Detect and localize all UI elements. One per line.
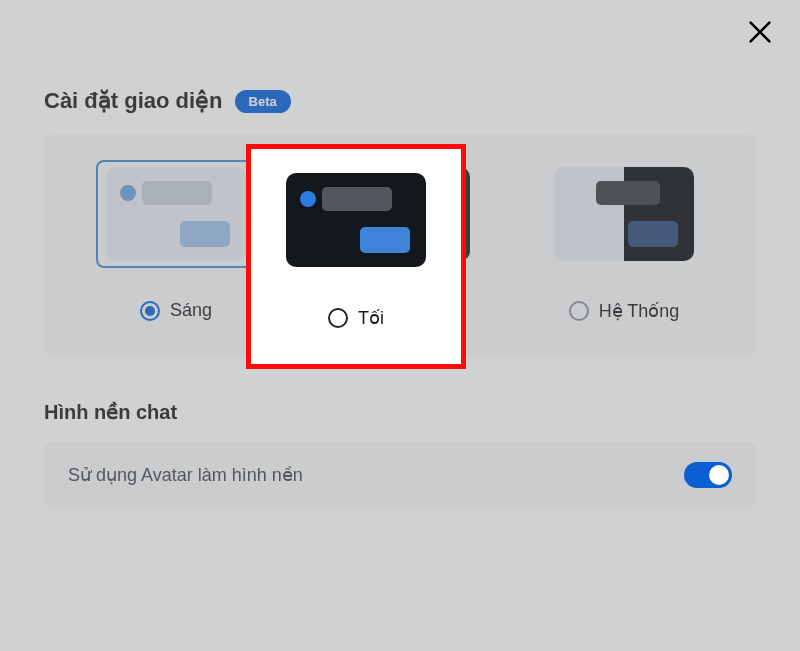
theme-label-dark: Tối [402,300,428,322]
theme-option-dark[interactable]: Tối [296,160,504,322]
theme-option-light[interactable]: Sáng [72,160,280,322]
theme-thumbnail-dark [320,160,480,268]
avatar-background-toggle[interactable] [684,462,732,488]
radio-dark[interactable] [372,301,392,321]
toggle-knob [709,465,729,485]
theme-thumbnail-system [544,160,704,268]
radio-system[interactable] [569,301,589,321]
interface-settings-header: Cài đặt giao diện Beta [44,88,756,114]
theme-thumbnail-light [96,160,256,268]
theme-label-system: Hệ Thống [599,300,680,322]
theme-option-system[interactable]: Hệ Thống [520,160,728,322]
close-icon [746,18,774,46]
radio-light[interactable] [140,301,160,321]
close-button[interactable] [746,18,774,46]
theme-panel: Sáng Tối [44,134,756,356]
section-title: Cài đặt giao diện [44,88,223,114]
beta-badge: Beta [235,90,291,113]
theme-label-light: Sáng [170,300,212,321]
avatar-background-row: Sử dụng Avatar làm hình nền [44,442,756,508]
chat-background-title: Hình nền chat [44,400,756,424]
avatar-background-label: Sử dụng Avatar làm hình nền [68,464,303,486]
